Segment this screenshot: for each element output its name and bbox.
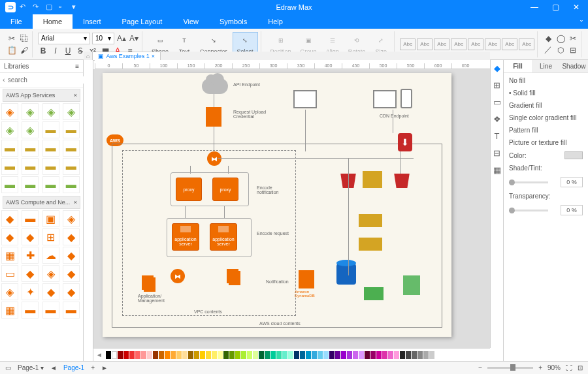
color-swatch[interactable] <box>400 351 405 359</box>
shape-item[interactable]: ▣ <box>42 210 59 227</box>
database-shape[interactable] <box>336 262 356 285</box>
elb-icon[interactable]: ⧓ <box>207 151 221 166</box>
files-shape[interactable] <box>227 269 238 283</box>
proxy-shape[interactable]: proxy <box>176 178 202 201</box>
shape-item[interactable]: ◆ <box>63 283 80 300</box>
shape-item[interactable]: ◈ <box>42 265 59 282</box>
style-preset[interactable]: Abc <box>400 39 416 50</box>
zoom-slider[interactable] <box>487 367 533 369</box>
panel-tab-shadow[interactable]: Shadow <box>560 60 588 72</box>
menu-home[interactable]: Home <box>33 14 73 29</box>
shape-item[interactable]: ⊞ <box>42 228 59 245</box>
color-swatch[interactable] <box>129 351 135 359</box>
color-swatch[interactable] <box>282 351 287 359</box>
monitor-shape[interactable] <box>293 90 317 108</box>
cloud-shape[interactable] <box>202 78 228 94</box>
color-swatch[interactable] <box>318 351 323 359</box>
color-swatch[interactable] <box>329 351 335 359</box>
shape-item[interactable]: ✦ <box>22 283 39 300</box>
line-icon[interactable]: ／ <box>543 45 553 55</box>
shape-item[interactable]: ▬ <box>63 302 80 319</box>
cut-icon[interactable]: ✂ <box>7 33 17 44</box>
menu-page-layout[interactable]: Page Layout <box>112 14 173 29</box>
color-swatch[interactable] <box>300 351 305 359</box>
page-panel-icon[interactable]: ▭ <box>492 97 502 107</box>
zoom-out-icon[interactable]: − <box>478 364 482 371</box>
shrink-font-icon[interactable]: A▾ <box>129 33 139 44</box>
transparency-value[interactable]: 0 % <box>561 205 583 215</box>
fit-width-icon[interactable]: ⊡ <box>578 364 583 371</box>
color-swatch[interactable] <box>147 351 152 359</box>
fill-option[interactable]: Pattern fill <box>509 127 583 134</box>
shape-item[interactable]: ▬ <box>22 158 39 175</box>
shape-item[interactable]: ▬ <box>1 140 18 157</box>
palette-prev-icon[interactable]: ◄ <box>96 351 105 358</box>
color-swatch[interactable] <box>259 351 264 359</box>
shape-item[interactable]: ▬ <box>63 158 80 175</box>
cloudfront-shape[interactable]: ⬇ <box>398 133 412 151</box>
shape-item[interactable]: ◈ <box>1 121 18 138</box>
shape-item[interactable]: ◈ <box>1 283 18 300</box>
page-tab[interactable]: Page-1 <box>63 364 84 371</box>
fill-option[interactable]: Single color gradient fill <box>509 114 583 121</box>
color-swatch[interactable] <box>429 351 434 359</box>
color-swatch[interactable] <box>182 351 188 359</box>
shape-item[interactable]: ◈ <box>1 103 18 120</box>
color-swatch[interactable] <box>276 351 282 359</box>
shape-item[interactable]: ▦ <box>1 302 18 319</box>
color-swatch[interactable] <box>218 351 223 359</box>
shape-item[interactable]: ▬ <box>42 302 59 319</box>
next-page-icon[interactable]: ► <box>101 364 108 371</box>
shape-item[interactable]: ☁ <box>42 247 59 264</box>
shape-item[interactable]: ▦ <box>1 247 18 264</box>
shape-item[interactable]: ◈ <box>63 103 80 120</box>
font-family-select[interactable]: Arial▾ <box>38 33 90 44</box>
color-swatch[interactable] <box>118 351 123 359</box>
libraries-menu-icon[interactable]: ≡ <box>75 63 79 70</box>
shape-item[interactable]: ▭ <box>1 265 18 282</box>
elb-icon[interactable]: ⧓ <box>171 269 185 283</box>
shape-item[interactable]: ◈ <box>22 103 39 120</box>
color-swatch[interactable] <box>188 351 193 359</box>
color-swatch[interactable] <box>106 351 111 359</box>
shape-item[interactable]: ◆ <box>22 228 39 245</box>
search-input[interactable] <box>8 76 91 84</box>
style-preset[interactable]: Abc <box>468 39 483 50</box>
color-swatch[interactable] <box>123 351 129 359</box>
monitor-shape[interactable] <box>373 90 397 108</box>
panel-tab-line[interactable]: Line <box>532 60 560 72</box>
proxy-shape[interactable]: proxy <box>212 178 238 201</box>
color-swatch[interactable] <box>141 351 146 359</box>
building-shape[interactable] <box>403 275 420 295</box>
style-preset[interactable]: Abc <box>519 39 534 50</box>
menu-help[interactable]: Help <box>257 14 293 29</box>
color-swatch[interactable] <box>165 351 170 359</box>
shape-item[interactable]: ◆ <box>22 265 39 282</box>
library-category[interactable]: AWS Compute and Ne...× <box>3 196 80 209</box>
color-swatch[interactable] <box>194 351 199 359</box>
color-swatch[interactable] <box>323 351 329 359</box>
shape-item[interactable]: ▬ <box>42 158 59 175</box>
shape-item[interactable]: ▬ <box>42 140 59 157</box>
service-shape[interactable] <box>359 214 382 227</box>
color-swatch[interactable] <box>159 351 164 359</box>
shape-item[interactable]: ▬ <box>63 121 80 138</box>
fill-option[interactable]: Gradient fill <box>509 102 583 109</box>
add-page-icon[interactable]: + <box>91 364 95 371</box>
files-shape[interactable] <box>142 275 154 290</box>
paste-icon[interactable]: 📋 <box>7 45 17 55</box>
shape-item[interactable]: ▬ <box>42 121 59 138</box>
shape-item[interactable]: ◈ <box>22 121 39 138</box>
shape-item[interactable]: ◆ <box>63 247 80 264</box>
color-swatch[interactable] <box>388 351 393 359</box>
canvas[interactable]: API Endpoint Request Upload Credential C… <box>93 69 490 348</box>
grid-panel-icon[interactable]: ⊞ <box>492 80 502 90</box>
style-preset[interactable]: Abc <box>451 39 466 50</box>
props-panel-icon[interactable]: ⊟ <box>492 148 502 158</box>
zoom-value[interactable]: 90% <box>547 364 561 371</box>
color-well[interactable] <box>564 151 583 159</box>
color-swatch[interactable] <box>223 351 229 359</box>
color-swatch[interactable] <box>406 351 411 359</box>
fill-option[interactable]: • Solid fill <box>509 89 583 97</box>
color-swatch[interactable] <box>294 351 299 359</box>
